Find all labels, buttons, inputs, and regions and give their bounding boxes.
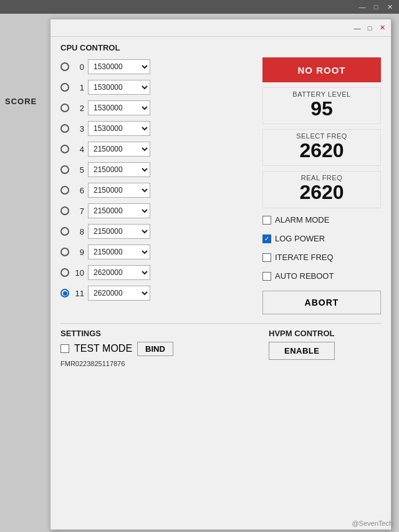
test-mode-label: TEST MODE — [74, 343, 132, 354]
real-freq-block: REAL FREQ 2620 — [262, 171, 381, 208]
right-panel: NO ROOT BATTERY LEVEL 95 SELECT FREQ 262… — [262, 57, 381, 314]
freq-select-7[interactable]: 2150000 — [88, 203, 150, 218]
freq-select-11[interactable]: 2620000 — [88, 286, 150, 301]
cpu-num-6: 6 — [73, 186, 84, 195]
log-power-checkbox[interactable] — [262, 235, 271, 243]
bind-button[interactable]: BIND — [137, 342, 173, 356]
radio-11[interactable] — [60, 289, 69, 297]
auto-reboot-checkbox[interactable] — [262, 272, 271, 281]
cpu-row-0: 0 1530000 — [60, 57, 252, 76]
freq-select-0[interactable]: 1530000 — [88, 59, 150, 74]
cpu-row-10: 10 2620000 — [60, 263, 252, 282]
radio-0[interactable] — [60, 62, 69, 71]
cpu-num-0: 0 — [73, 62, 84, 72]
outer-close-button[interactable]: ✕ — [385, 2, 394, 11]
freq-select-8[interactable]: 2150000 — [88, 224, 150, 239]
settings-panel: SETTINGS TEST MODE BIND FMR0223825117876 — [60, 329, 259, 367]
cpu-row-4: 4 2150000 — [60, 140, 252, 158]
radio-4[interactable] — [60, 145, 69, 153]
radio-2[interactable] — [60, 104, 69, 112]
serial-number: FMR0223825117876 — [60, 360, 259, 367]
radio-1[interactable] — [60, 83, 69, 92]
left-panel: 0 1530000 1 1530000 — [60, 57, 252, 314]
freq-select-9[interactable]: 2150000 — [88, 244, 150, 259]
cpu-num-8: 8 — [73, 227, 84, 236]
cpu-row-11: 11 2620000 — [60, 284, 252, 302]
cpu-row-2: 2 1530000 — [60, 99, 252, 117]
inner-titlebar: — □ ✕ — [50, 19, 391, 37]
outer-titlebar: — □ ✕ — [0, 0, 399, 14]
select-freq-block: SELECT FREQ 2620 — [262, 129, 381, 166]
freq-select-5[interactable]: 2150000 — [88, 162, 150, 177]
cpu-num-4: 4 — [73, 145, 84, 154]
cpu-num-3: 3 — [73, 124, 84, 133]
abort-button[interactable]: ABORT — [262, 291, 381, 314]
cpu-row-1: 1 1530000 — [60, 78, 252, 97]
auto-reboot-row: AUTO REBOOT — [262, 269, 381, 283]
score-label: SCORE — [5, 97, 37, 106]
radio-3[interactable] — [60, 124, 69, 133]
radio-6[interactable] — [60, 186, 69, 195]
alarm-mode-label: ALARM MODE — [275, 215, 329, 225]
freq-select-6[interactable]: 2150000 — [88, 183, 150, 198]
freq-select-3[interactable]: 1530000 — [88, 121, 150, 136]
radio-5[interactable] — [60, 165, 69, 174]
radio-7[interactable] — [60, 206, 69, 215]
cpu-row-8: 8 2150000 — [60, 222, 252, 241]
iterate-freq-row: ITERATE FREQ — [262, 251, 381, 264]
outer-minimize-button[interactable]: — — [358, 2, 367, 11]
alarm-mode-row: ALARM MODE — [262, 213, 381, 227]
freq-select-10[interactable]: 2620000 — [88, 265, 150, 280]
cpu-num-5: 5 — [73, 165, 84, 175]
hvpm-title: HVPM CONTROL — [269, 329, 381, 338]
bottom-section: SETTINGS TEST MODE BIND FMR0223825117876… — [60, 323, 381, 367]
enable-button[interactable]: ENABLE — [269, 342, 335, 360]
radio-10[interactable] — [60, 268, 69, 277]
cpu-num-9: 9 — [73, 248, 84, 257]
inner-minimize-button[interactable]: — — [352, 23, 362, 33]
freq-select-1[interactable]: 1530000 — [88, 80, 150, 95]
battery-value: 95 — [267, 98, 377, 120]
cpu-num-10: 10 — [73, 268, 84, 278]
auto-reboot-label: AUTO REBOOT — [275, 271, 334, 281]
cpu-num-7: 7 — [73, 206, 84, 216]
iterate-freq-checkbox[interactable] — [262, 253, 271, 262]
watermark: @SevenTech — [352, 520, 393, 527]
main-body: 0 1530000 1 1530000 — [60, 57, 381, 314]
cpu-row-6: 6 2150000 — [60, 181, 252, 200]
cpu-num-1: 1 — [73, 83, 84, 92]
freq-select-2[interactable]: 1530000 — [88, 100, 150, 115]
outer-maximize-button[interactable]: □ — [372, 2, 380, 11]
iterate-freq-label: ITERATE FREQ — [275, 253, 334, 262]
real-freq-value: 2620 — [267, 181, 377, 203]
settings-title: SETTINGS — [60, 329, 259, 338]
alarm-mode-checkbox[interactable] — [262, 216, 271, 225]
radio-9[interactable] — [60, 248, 69, 256]
radio-8[interactable] — [60, 227, 69, 236]
cpu-num-11: 11 — [73, 289, 84, 298]
test-mode-checkbox[interactable] — [60, 344, 69, 353]
cpu-row-7: 7 2150000 — [60, 201, 252, 220]
log-power-row: LOG POWER — [262, 232, 381, 246]
cpu-row-9: 9 2150000 — [60, 243, 252, 261]
freq-select-4[interactable]: 2150000 — [88, 142, 150, 157]
inner-close-button[interactable]: ✕ — [377, 23, 387, 33]
log-power-label: LOG POWER — [275, 234, 325, 243]
outer-window: — □ ✕ SCORE — □ ✕ CPU CONTROL 0 1530 — [0, 0, 399, 532]
inner-maximize-button[interactable]: □ — [365, 23, 375, 33]
settings-row: TEST MODE BIND — [60, 342, 259, 356]
window-content: CPU CONTROL 0 1530000 1 — [50, 37, 391, 374]
cpu-row-3: 3 1530000 — [60, 119, 252, 138]
cpu-num-2: 2 — [73, 104, 84, 113]
select-freq-value: 2620 — [267, 140, 377, 162]
cpu-section-title: CPU CONTROL — [60, 43, 381, 52]
inner-window: — □ ✕ CPU CONTROL 0 1530000 — [50, 19, 392, 530]
battery-block: BATTERY LEVEL 95 — [262, 87, 381, 124]
no-root-button[interactable]: NO ROOT — [262, 57, 381, 82]
cpu-row-5: 5 2150000 — [60, 160, 252, 179]
hvpm-panel: HVPM CONTROL ENABLE — [269, 329, 381, 367]
